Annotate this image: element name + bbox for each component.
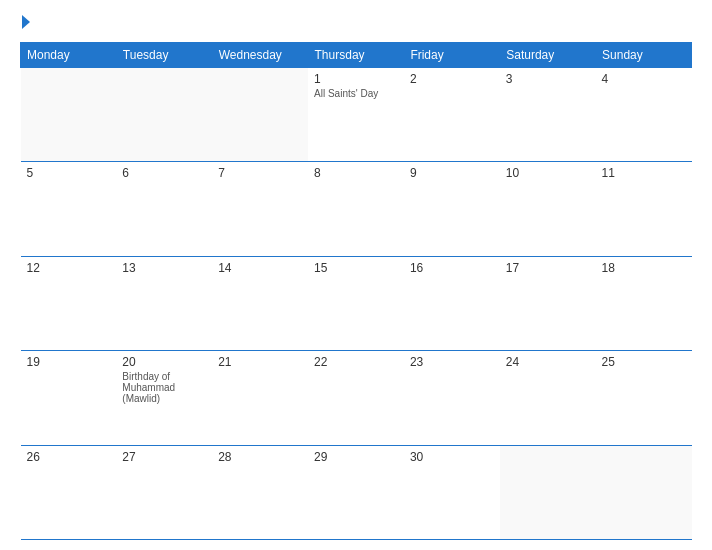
calendar-cell [500,445,596,539]
calendar-body: 1All Saints' Day234567891011121314151617… [21,68,692,540]
calendar-cell [116,68,212,162]
day-number: 27 [122,450,206,464]
day-number: 30 [410,450,494,464]
day-number: 11 [602,166,686,180]
day-number: 16 [410,261,494,275]
day-number: 12 [27,261,111,275]
calendar-cell [212,68,308,162]
calendar-cell: 17 [500,256,596,350]
day-number: 18 [602,261,686,275]
calendar-cell: 11 [596,162,692,256]
day-number: 9 [410,166,494,180]
day-number: 6 [122,166,206,180]
day-number: 15 [314,261,398,275]
weekday-wednesday: Wednesday [212,43,308,68]
calendar-cell: 3 [500,68,596,162]
week-row-2: 567891011 [21,162,692,256]
day-number: 24 [506,355,590,369]
weekday-tuesday: Tuesday [116,43,212,68]
day-number: 28 [218,450,302,464]
calendar-cell: 8 [308,162,404,256]
day-number: 3 [506,72,590,86]
day-number: 13 [122,261,206,275]
calendar-cell: 26 [21,445,117,539]
calendar-header [20,10,692,34]
day-number: 29 [314,450,398,464]
calendar-cell: 5 [21,162,117,256]
calendar-cell: 16 [404,256,500,350]
calendar-cell: 7 [212,162,308,256]
calendar-cell: 18 [596,256,692,350]
calendar-cell: 27 [116,445,212,539]
calendar-cell [596,445,692,539]
week-row-4: 1920Birthday of Muhammad (Mawlid)2122232… [21,351,692,445]
day-number: 14 [218,261,302,275]
day-number: 8 [314,166,398,180]
weekday-friday: Friday [404,43,500,68]
event-label: Birthday of Muhammad (Mawlid) [122,371,206,404]
calendar-cell: 13 [116,256,212,350]
day-number: 4 [602,72,686,86]
day-number: 22 [314,355,398,369]
week-row-5: 2627282930 [21,445,692,539]
day-number: 7 [218,166,302,180]
calendar-cell: 22 [308,351,404,445]
calendar-cell: 20Birthday of Muhammad (Mawlid) [116,351,212,445]
calendar-cell: 19 [21,351,117,445]
calendar-cell: 29 [308,445,404,539]
calendar-header-row: MondayTuesdayWednesdayThursdayFridaySatu… [21,43,692,68]
day-number: 2 [410,72,494,86]
calendar-cell: 12 [21,256,117,350]
day-number: 17 [506,261,590,275]
day-number: 5 [27,166,111,180]
day-number: 10 [506,166,590,180]
day-number: 19 [27,355,111,369]
calendar-cell: 24 [500,351,596,445]
calendar-cell: 15 [308,256,404,350]
calendar-cell: 1All Saints' Day [308,68,404,162]
weekday-thursday: Thursday [308,43,404,68]
week-row-1: 1All Saints' Day234 [21,68,692,162]
calendar-cell: 9 [404,162,500,256]
calendar-cell: 28 [212,445,308,539]
weekday-header: MondayTuesdayWednesdayThursdayFridaySatu… [21,43,692,68]
calendar-cell: 30 [404,445,500,539]
logo [20,15,30,29]
calendar-cell: 2 [404,68,500,162]
day-number: 20 [122,355,206,369]
week-row-3: 12131415161718 [21,256,692,350]
calendar-cell: 10 [500,162,596,256]
calendar-cell [21,68,117,162]
day-number: 26 [27,450,111,464]
event-label: All Saints' Day [314,88,398,99]
weekday-monday: Monday [21,43,117,68]
calendar-cell: 21 [212,351,308,445]
weekday-sunday: Sunday [596,43,692,68]
calendar-cell: 4 [596,68,692,162]
day-number: 23 [410,355,494,369]
weekday-saturday: Saturday [500,43,596,68]
logo-triangle-icon [22,15,30,29]
calendar-cell: 14 [212,256,308,350]
calendar-cell: 23 [404,351,500,445]
day-number: 25 [602,355,686,369]
calendar-table: MondayTuesdayWednesdayThursdayFridaySatu… [20,42,692,540]
calendar-cell: 6 [116,162,212,256]
calendar-cell: 25 [596,351,692,445]
day-number: 1 [314,72,398,86]
day-number: 21 [218,355,302,369]
